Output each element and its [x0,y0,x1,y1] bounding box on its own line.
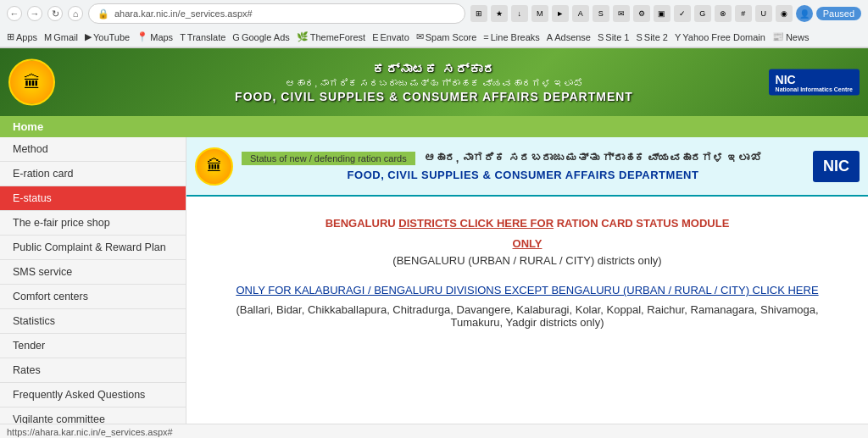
sidebar-item-comfort[interactable]: Comfort centers [0,285,186,309]
paused-button[interactable]: Paused [816,7,861,20]
bookmark-themeforest[interactable]: 🌿 ThemeForest [297,31,365,42]
inner-emblem: 🏛 [195,147,233,186]
bookmark-news[interactable]: 📰 News [772,31,810,42]
bookmark-site1[interactable]: S Site 1 [598,32,629,42]
sidebar-item-vigilante[interactable]: Vigilante committee [0,408,186,424]
ext-btn-2[interactable]: ★ [491,5,508,22]
ext-btn-8[interactable]: ✉ [613,5,630,22]
browser-extensions: ⊞ ★ ↓ M ► A S ✉ ⚙ ▣ ✓ G ⊗ # U ◉ 👤 Paused [470,5,861,22]
bookmark-translate[interactable]: T Translate [180,32,225,42]
avatar-btn[interactable]: 👤 [796,5,813,22]
ext-btn-7[interactable]: S [593,5,609,22]
sidebar-item-sms[interactable]: SMS service [0,260,186,285]
inner-header: 🏛 Status of new / defending ration cards… [186,137,868,197]
sidebar-item-rates[interactable]: Rates [0,358,186,383]
sidebar-item-efairprice[interactable]: The e-fair price shop [0,211,186,236]
header-kannada-title: ಕರ್ನಾಟಕ ಸರ್ಕಾರ [235,62,633,76]
only-link[interactable]: ONLY [212,237,843,250]
government-emblem: 🏛 [8,59,55,106]
sidebar-item-faq[interactable]: Frequently Asked Questions [0,383,186,408]
inner-english-title: FOOD, CIVIL SUPPLIES & CONSUMER AFFAIRS … [242,169,804,181]
sidebar-item-estatus[interactable]: E-status [0,186,186,211]
bookmark-envato[interactable]: E Envato [372,32,409,42]
ext-btn-5[interactable]: ► [552,5,569,22]
status-url: https://ahara.kar.nic.in/e_services.aspx… [7,427,173,437]
site-wrapper: 🏛 ಕರ್ನಾಟಕ ಸರ್ಕಾರ ಆಹಾರ, ನಾಗರಿಕ ಸರಬರಾಜು ಮತ… [0,48,868,438]
inner-nic-logo: NIC [813,151,860,182]
ext-btn-10[interactable]: ▣ [654,5,670,22]
sidebar-item-method[interactable]: Method [0,137,186,162]
ext-btn-16[interactable]: ◉ [776,5,793,22]
ext-btn-1[interactable]: ⊞ [470,5,487,22]
ext-btn-3[interactable]: ↓ [511,5,528,22]
bookmark-linebreaks[interactable]: = Line Breaks [483,32,540,42]
bengaluru-link[interactable]: DISTRICTS CLICK HERE FOR [398,217,554,230]
bengaluru-prefix: BENGALURU [326,217,399,230]
inner-kannada-text: ಆಹಾರ, ನಾಗರಿಕ ಸರಬರಾಜು ಮತ್ತು ಗ್ರಾಹಕ ವ್ಯವಹಾ… [424,152,761,164]
browser-nav: ← → ↻ ⌂ 🔒 ahara.kar.nic.in/e_services.as… [0,0,868,27]
ext-btn-6[interactable]: A [572,5,589,22]
bengaluru-suffix: RATION CARD STATUS MODULE [554,217,729,230]
ext-btn-4[interactable]: M [531,5,548,22]
header-logo: 🏛 [8,59,55,106]
home-button[interactable]: ⌂ [68,6,83,21]
bookmark-yahoo[interactable]: Y Yahoo Free Domain [675,32,765,42]
header-kannada-sub: ಆಹಾರ, ನಾಗರಿಕ ಸರಬರಾಜು ಮತ್ತು ಗ್ರಾಹಕ ವ್ಯವಹಾ… [235,78,633,88]
ration-link-section: BENGALURU DISTRICTS CLICK HERE FOR RATIO… [212,213,843,267]
back-button[interactable]: ← [7,6,22,21]
header-text: ಕರ್ನಾಟಕ ಸರ್ಕಾರ ಆಹಾರ, ನಾಗರಿಕ ಸರಬರಾಜು ಮತ್ತ… [235,62,633,103]
bengaluru-ration-text: BENGALURU DISTRICTS CLICK HERE FOR RATIO… [212,213,843,233]
ext-btn-12[interactable]: G [694,5,711,22]
body-content: BENGALURU DISTRICTS CLICK HERE FOR RATIO… [186,197,868,346]
nav-home[interactable]: Home [0,116,56,137]
ext-btn-11[interactable]: ✓ [674,5,691,22]
main-content: 🏛 Status of new / defending ration cards… [186,137,868,424]
content-wrapper: Method E-ration card E-status The e-fair… [0,137,868,424]
nic-logo: NIC National Informatics Centre [769,69,860,96]
ext-btn-13[interactable]: ⊗ [715,5,732,22]
sidebar-item-statistics[interactable]: Statistics [0,309,186,334]
status-bar-label: Status of new / defending ration cards [242,152,415,165]
sidebar-item-erationcard[interactable]: E-ration card [0,162,186,186]
main-nav: Home [0,116,868,137]
site-header: 🏛 ಕರ್ನಾಟಕ ಸರ್ಕಾರ ಆಹಾರ, ನಾಗರಿಕ ಸರಬರಾಜು ಮತ… [0,48,868,116]
bookmark-googleads[interactable]: G Google Ads [232,32,289,42]
address-bar[interactable]: 🔒 ahara.kar.nic.in/e_services.aspx# [88,3,465,24]
browser-chrome: ← → ↻ ⌂ 🔒 ahara.kar.nic.in/e_services.as… [0,0,868,48]
bookmark-maps[interactable]: 📍 Maps [136,31,173,42]
status-bar: https://ahara.kar.nic.in/e_services.aspx… [0,424,868,438]
forward-button[interactable]: → [27,6,42,21]
bookmark-adsense[interactable]: A Adsense [547,32,591,42]
urban-text: (BENGALURU (URBAN / RURAL / CITY) distri… [212,254,843,267]
bookmark-apps[interactable]: ⊞ Apps [7,31,37,42]
districts-text: (Ballari, Bidar, Chikkaballapura, Chitra… [212,303,843,329]
kalaburagi-link[interactable]: ONLY FOR KALABURAGI / BENGALURU DIVISION… [212,284,843,297]
bookmark-gmail[interactable]: M Gmail [44,32,78,42]
bookmarks-bar: ⊞ Apps M Gmail ▶ YouTube 📍 Maps T Transl… [0,27,868,47]
ext-btn-9[interactable]: ⚙ [633,5,650,22]
inner-logo-area: 🏛 [195,147,233,186]
bookmark-spamscore[interactable]: ✉ Spam Score [416,31,477,42]
kalaburagi-section: ONLY FOR KALABURAGI / BENGALURU DIVISION… [212,284,843,329]
bookmark-site2[interactable]: S Site 2 [636,32,667,42]
bookmark-youtube[interactable]: ▶ YouTube [85,31,130,42]
header-english-title: FOOD, CIVIL SUPPLIES & CONSUMER AFFAIRS … [235,90,633,103]
sidebar-item-tender[interactable]: Tender [0,334,186,358]
ext-btn-14[interactable]: # [735,5,752,22]
sidebar: Method E-ration card E-status The e-fair… [0,137,186,424]
url-text: ahara.kar.nic.in/e_services.aspx# [114,8,253,19]
ext-btn-15[interactable]: U [755,5,772,22]
lock-icon: 🔒 [97,8,109,19]
sidebar-item-complaint[interactable]: Public Complaint & Reward Plan [0,236,186,260]
refresh-button[interactable]: ↻ [47,6,63,21]
